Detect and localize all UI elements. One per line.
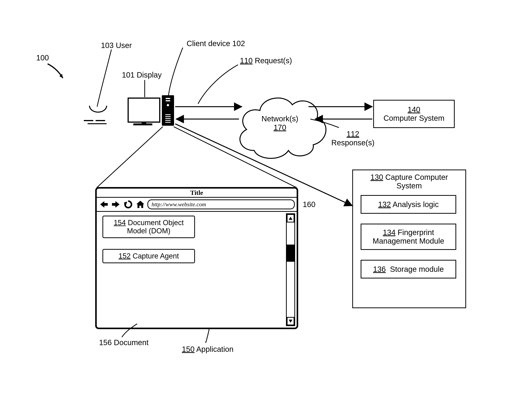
arrow-left-icon xyxy=(99,200,108,209)
forward-button[interactable] xyxy=(111,199,121,210)
figure-ref-100: 100 xyxy=(36,53,49,62)
home-icon xyxy=(136,200,145,209)
svg-marker-4 xyxy=(100,201,108,208)
label-client-device: Client device 102 xyxy=(187,39,245,48)
back-button[interactable] xyxy=(99,199,109,210)
svg-rect-1 xyxy=(84,120,93,121)
browser-window: Title http://www.website.com xyxy=(95,187,298,329)
user-icon xyxy=(82,102,114,128)
svg-rect-3 xyxy=(87,123,107,124)
svg-rect-2 xyxy=(96,120,105,121)
box-storage-module: 136 Storage module xyxy=(361,260,456,279)
box-capture-agent: 152 Capture Agent xyxy=(102,249,195,263)
svg-marker-5 xyxy=(112,201,120,208)
svg-line-14 xyxy=(97,127,163,188)
box-computer-system: 140 Computer System xyxy=(373,100,455,128)
scroll-thumb[interactable] xyxy=(287,245,294,262)
capture-system-title: 130 Capture ComputerSystem xyxy=(353,173,465,190)
reload-button[interactable] xyxy=(123,199,133,210)
svg-marker-7 xyxy=(136,201,144,208)
address-bar[interactable]: http://www.website.com xyxy=(147,199,295,209)
arrow-right-icon xyxy=(112,200,120,209)
box-analysis-logic: 132 Analysis logic xyxy=(361,195,456,214)
label-160: 160 xyxy=(303,200,316,209)
triangle-up-icon xyxy=(289,217,292,220)
label-requests: 110 Request(s) xyxy=(240,56,292,65)
label-application: 150 Application xyxy=(182,345,233,354)
label-networks: Network(s) 170 xyxy=(257,114,303,132)
monitor-base-icon xyxy=(133,123,152,125)
browser-content: 154 Document ObjectModel (DOM) 152 Captu… xyxy=(97,212,297,328)
box-dom: 154 Document ObjectModel (DOM) xyxy=(102,216,195,238)
browser-toolbar: http://www.website.com xyxy=(97,198,297,212)
box-fingerprint-module: 134 Fingerprint Management Module xyxy=(361,224,456,250)
tower-icon xyxy=(162,95,174,126)
triangle-down-icon xyxy=(289,320,292,323)
scroll-down-button[interactable] xyxy=(287,317,294,325)
label-responses: 112Response(s) xyxy=(331,129,375,147)
reload-icon xyxy=(124,200,133,209)
label-display: 101 Display xyxy=(122,70,162,79)
curved-arrow-icon xyxy=(46,63,69,82)
monitor-icon xyxy=(127,98,160,123)
browser-titlebar: Title xyxy=(97,189,297,198)
svg-marker-9 xyxy=(289,320,292,323)
scrollbar[interactable] xyxy=(286,213,295,326)
home-button[interactable] xyxy=(135,199,145,210)
diagram-stage: 100 103 User 101 Display Client device 1… xyxy=(0,0,532,396)
url-text: http://www.website.com xyxy=(151,201,206,208)
box-capture-system: 130 Capture ComputerSystem 132 Analysis … xyxy=(352,169,466,308)
label-user: 103 User xyxy=(101,41,132,50)
scroll-up-button[interactable] xyxy=(287,214,294,222)
svg-marker-8 xyxy=(289,217,292,220)
label-document: 156 Document xyxy=(99,338,149,347)
